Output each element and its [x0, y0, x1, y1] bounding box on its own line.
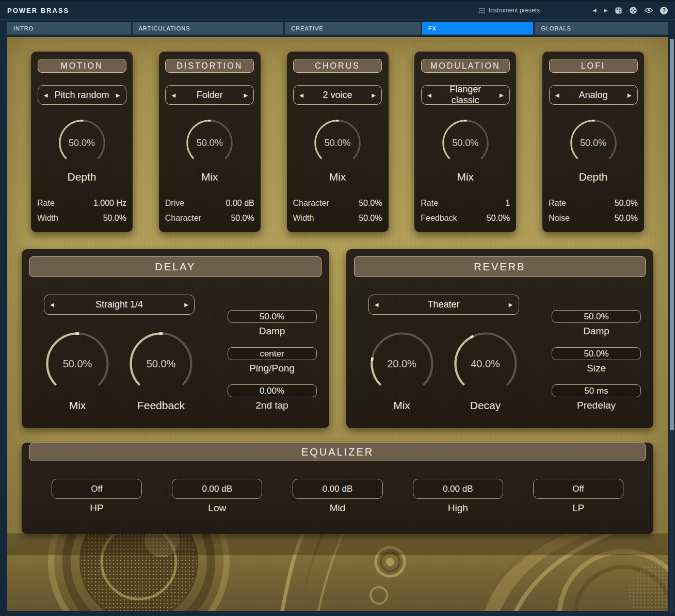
reverb-size-field[interactable]: 50.0%: [552, 347, 641, 360]
previous-preset-button[interactable]: ◀: [589, 8, 600, 13]
reverb-damp-field[interactable]: 50.0%: [552, 310, 641, 323]
scrollbar-thumb[interactable]: [670, 39, 674, 430]
eq-hp-field[interactable]: Off: [52, 479, 142, 499]
panel-motion: MOTION ◀ Pitch random ▶ 50.0% Depth Rate…: [31, 52, 133, 232]
chorus-mode-value[interactable]: 2 voice: [309, 90, 366, 101]
lofi-mode-value[interactable]: Analog: [565, 90, 622, 101]
eq-low-field[interactable]: 0.00 dB: [172, 479, 262, 499]
lofi-depth-knob[interactable]: 50.0%: [569, 118, 618, 168]
eye-icon[interactable]: [644, 7, 653, 13]
next-arrow-icon[interactable]: ▶: [366, 92, 381, 98]
vertical-scrollbar[interactable]: [670, 38, 674, 613]
motion-params: Rate 1.000 Hz Width 50.0%: [37, 196, 126, 225]
lofi-title: LOFI: [581, 61, 606, 71]
eq-lp-field[interactable]: Off: [533, 479, 623, 499]
next-arrow-icon[interactable]: ▶: [503, 302, 519, 307]
reverb-predelay-field[interactable]: 50 ms: [552, 384, 641, 397]
reverb-mode-value[interactable]: Theater: [384, 299, 503, 310]
modulation-title: MODULATION: [430, 61, 500, 71]
reverb-mix-knob[interactable]: 20.0%: [368, 330, 436, 397]
reverb-decay-knob[interactable]: 40.0%: [452, 330, 519, 397]
reverb-knobs: 20.0% Mix 40.0% Decay: [368, 330, 552, 412]
tab-fx[interactable]: FX: [422, 22, 534, 35]
help-icon[interactable]: ?: [660, 7, 668, 14]
prev-arrow-icon[interactable]: ◀: [369, 302, 384, 307]
delay-mode-value[interactable]: Straight 1/4: [60, 299, 179, 310]
chorus-title: CHORUS: [315, 61, 360, 71]
tab-globals[interactable]: GLOBALS: [535, 22, 668, 35]
delay-header: DELAY: [29, 256, 322, 277]
param-value[interactable]: 50.0%: [615, 210, 638, 225]
panel-equalizer: EQUALIZER Off HP 0.00 dB Low 0.00 dB Mid…: [22, 443, 653, 534]
param-value[interactable]: 50.0%: [615, 196, 638, 210]
distortion-mode-value[interactable]: Folder: [181, 90, 238, 101]
param-value[interactable]: 50.0%: [231, 210, 254, 225]
modulation-mix-knob[interactable]: 50.0%: [441, 118, 490, 168]
delay-title: DELAY: [155, 261, 196, 273]
delay-feedback-knob[interactable]: 50.0%: [127, 330, 195, 397]
tab-intro[interactable]: INTRO: [7, 22, 131, 35]
param-value[interactable]: 1.000 Hz: [93, 196, 126, 210]
next-arrow-icon[interactable]: ▶: [179, 302, 194, 307]
next-arrow-icon[interactable]: ▶: [238, 92, 253, 98]
distortion-header: DISTORTION: [165, 59, 254, 73]
prev-arrow-icon[interactable]: ◀: [38, 92, 54, 98]
next-arrow-icon[interactable]: ▶: [110, 92, 126, 98]
next-preset-button[interactable]: ▶: [600, 8, 612, 13]
chorus-mode-selector: ◀ 2 voice ▶: [293, 85, 382, 105]
eq-high-field[interactable]: 0.00 dB: [413, 479, 503, 499]
delay-2ndtap-field[interactable]: 0.00%: [228, 384, 317, 397]
knob-label: Mix: [287, 171, 389, 183]
prev-arrow-icon[interactable]: ◀: [294, 92, 309, 98]
motion-mode-value[interactable]: Pitch random: [54, 90, 110, 101]
eq-band-hp: Off HP: [52, 479, 142, 514]
param-label: Width: [293, 210, 314, 225]
knob-label: Mix: [159, 171, 261, 183]
eq-mid-field[interactable]: 0.00 dB: [293, 479, 383, 499]
app-title: POWER BRASS: [7, 7, 69, 14]
panel-reverb: REVERB ◀ Theater ▶ 20.0%: [346, 249, 654, 428]
param-value[interactable]: 0.00 dB: [226, 196, 254, 210]
delay-mix-knob[interactable]: 50.0%: [44, 330, 111, 397]
panel-chorus: CHORUS ◀ 2 voice ▶ 50.0% Mix Character 5…: [287, 52, 389, 232]
tab-creative[interactable]: CREATIVE: [285, 22, 420, 35]
next-arrow-icon[interactable]: ▶: [622, 92, 637, 98]
prev-arrow-icon[interactable]: ◀: [550, 92, 565, 98]
param-value[interactable]: 50.0%: [359, 196, 382, 210]
modulation-mode-value[interactable]: Flanger classic: [437, 84, 494, 106]
target-icon[interactable]: [629, 6, 637, 14]
prev-arrow-icon[interactable]: ◀: [422, 92, 437, 98]
param-value[interactable]: 1: [505, 196, 510, 210]
param-value[interactable]: 50.0%: [487, 210, 510, 225]
eq-band-label: LP: [533, 502, 623, 514]
prev-arrow-icon[interactable]: ◀: [44, 302, 60, 307]
knob-value: 50.0%: [569, 118, 618, 168]
distortion-mix-knob[interactable]: 50.0%: [185, 118, 234, 168]
param-value[interactable]: 50.0%: [103, 210, 126, 225]
prev-arrow-icon[interactable]: ◀: [166, 92, 181, 98]
param-row: Noise 50.0%: [549, 210, 638, 225]
chorus-mix-knob[interactable]: 50.0%: [313, 118, 362, 168]
param-value[interactable]: 50.0%: [359, 210, 382, 225]
field-label: Size: [587, 363, 606, 374]
knob-value: 50.0%: [57, 118, 107, 168]
delay-mix-block: 50.0% Mix: [44, 330, 111, 412]
delay-damp-field[interactable]: 50.0%: [228, 310, 317, 323]
instrument-presets-button[interactable]: Instrument presets: [479, 7, 540, 14]
param-row: Feedback 50.0%: [421, 210, 510, 225]
motion-depth-knob[interactable]: 50.0%: [57, 118, 107, 168]
param-label: Drive: [165, 196, 184, 210]
fx-units-row: MOTION ◀ Pitch random ▶ 50.0% Depth Rate…: [31, 52, 644, 232]
reverb-decay-block: 40.0% Decay: [452, 330, 519, 412]
delay-pingpong-field[interactable]: center: [228, 347, 317, 360]
eq-band-low: 0.00 dB Low: [172, 479, 262, 514]
engraving-ornament-graphic: [7, 533, 668, 611]
reverb-mode-selector: ◀ Theater ▶: [368, 295, 519, 315]
dice-random-icon[interactable]: [615, 7, 622, 14]
knob-value: 50.0%: [441, 118, 490, 168]
param-row: Width 50.0%: [37, 210, 126, 225]
param-row: Character 50.0%: [293, 196, 382, 210]
knob-value: 20.0%: [368, 330, 436, 397]
next-arrow-icon[interactable]: ▶: [494, 92, 509, 98]
tab-articulations[interactable]: ARTICULATIONS: [133, 22, 284, 35]
